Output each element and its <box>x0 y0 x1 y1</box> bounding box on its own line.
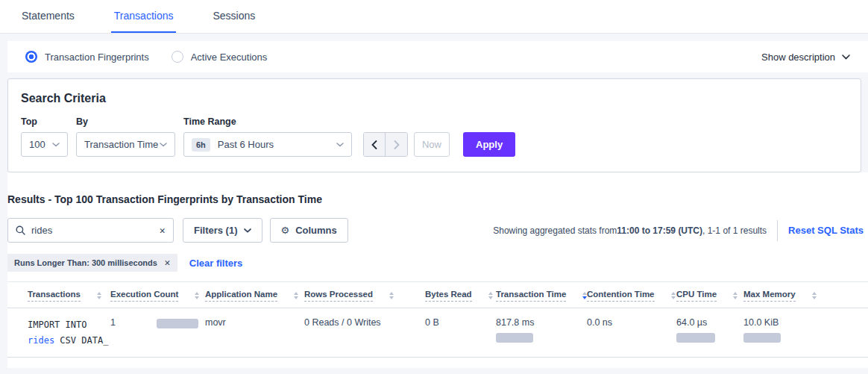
chevron-down-icon <box>842 54 850 60</box>
magnitude-bar <box>496 333 533 343</box>
time-range-select[interactable]: 6h Past 6 Hours <box>183 132 352 157</box>
tab-transactions[interactable]: Transactions <box>111 0 177 33</box>
remove-filter-icon[interactable]: ✕ <box>164 258 171 267</box>
table-row[interactable]: IMPORT INTO rides CSV DATA_ 1 movr 0 Rea… <box>7 308 868 358</box>
filter-chip: Runs Longer Than: 300 milliseconds ✕ <box>7 254 177 272</box>
magnitude-bar <box>743 333 781 343</box>
chevron-down-icon <box>52 143 60 147</box>
aggregated-stats-text: Showing aggregated stats from 11:00 to 1… <box>493 225 767 236</box>
execution-count-value: 1 <box>110 317 116 328</box>
time-window-nav <box>363 132 408 157</box>
stats-time-range: 11:00 to 17:59 (UTC) <box>617 225 702 236</box>
radio-active-executions[interactable]: Active Executions <box>172 51 268 63</box>
column-header-transactions[interactable]: Transactions <box>28 290 110 302</box>
results-section: Results - Top 100 Transaction Fingerprin… <box>7 172 868 368</box>
previous-time-window-button[interactable] <box>364 133 386 156</box>
sort-icon-execution-count[interactable] <box>195 292 199 299</box>
search-icon <box>16 225 25 235</box>
column-header-execution-count[interactable]: Execution Count <box>110 290 205 302</box>
transaction-sql-rest: CSV DATA_ <box>54 335 108 346</box>
time-range-label: Time Range <box>183 116 352 127</box>
cell-transaction-fingerprint: IMPORT INTO rides CSV DATA_ <box>28 317 110 349</box>
cpu-time-value: 64.0 µs <box>676 317 743 328</box>
columns-button[interactable]: ⚙ Columns <box>270 218 348 243</box>
column-header-rows-processed[interactable]: Rows Processed <box>304 290 425 302</box>
results-controls-row: ✕ Filters (1) ⚙ Columns Showing aggregat… <box>7 218 868 243</box>
column-header-bytes-read[interactable]: Bytes Read <box>425 290 496 302</box>
filters-button[interactable]: Filters (1) <box>183 218 262 243</box>
clear-filters-link[interactable]: Clear filters <box>189 258 243 269</box>
clear-search-icon[interactable]: ✕ <box>159 226 166 235</box>
now-button[interactable]: Now <box>414 132 450 157</box>
radio-label: Active Executions <box>191 52 268 63</box>
bytes-read-value: 0 B <box>425 317 439 328</box>
tab-statements[interactable]: Statements <box>19 0 78 33</box>
transactions-table: Transactions Execution Count Application… <box>7 281 868 358</box>
cell-rows-processed: 0 Reads / 0 Writes <box>304 317 425 328</box>
table-header-row: Transactions Execution Count Application… <box>7 282 868 308</box>
radio-label: Transaction Fingerprints <box>45 52 149 63</box>
time-range-field: Time Range 6h Past 6 Hours <box>183 116 352 157</box>
top-label: Top <box>21 116 68 127</box>
time-range-badge: 6h <box>192 138 210 152</box>
filter-chip-label: Runs Longer Than: 300 milliseconds <box>14 258 157 267</box>
magnitude-bar <box>676 333 715 343</box>
cell-cpu-time: 64.0 µs <box>676 317 743 343</box>
sort-icon-max-memory[interactable] <box>812 292 817 299</box>
rows-processed-value: 0 Reads / 0 Writes <box>304 317 381 328</box>
chevron-down-icon <box>336 143 344 147</box>
radio-selected-icon[interactable] <box>25 51 37 63</box>
sort-icon-application-name[interactable] <box>294 292 298 299</box>
reset-sql-stats-link[interactable]: Reset SQL Stats <box>788 225 864 236</box>
show-description-toggle[interactable]: Show description <box>761 52 850 63</box>
cell-application-name: movr <box>205 317 304 328</box>
transaction-sql-line1: IMPORT INTO <box>28 317 110 333</box>
chevron-down-icon <box>244 228 251 233</box>
magnitude-bar <box>157 319 198 328</box>
by-field: By Transaction Time <box>76 116 175 157</box>
transaction-fingerprint-link[interactable]: rides <box>28 335 54 346</box>
radio-unselected-icon[interactable] <box>172 51 183 63</box>
apply-button[interactable]: Apply <box>463 132 515 157</box>
tab-sessions[interactable]: Sessions <box>210 0 258 33</box>
show-description-label: Show description <box>761 52 835 63</box>
vertical-divider <box>777 220 778 241</box>
column-header-cpu-time[interactable]: CPU Time <box>676 290 743 302</box>
chevron-down-icon <box>160 143 167 147</box>
application-name-value: movr <box>205 317 226 328</box>
cell-max-memory: 10.0 KiB <box>743 317 861 343</box>
view-toggle-row: Transaction Fingerprints Active Executio… <box>7 41 868 72</box>
search-criteria-title: Search Criteria <box>21 92 848 105</box>
search-input[interactable] <box>31 225 159 236</box>
sort-icon-rows-processed[interactable] <box>389 292 394 299</box>
column-header-transaction-time[interactable]: Transaction Time <box>496 290 587 302</box>
sort-icon-contention-time[interactable] <box>671 292 676 299</box>
column-header-application-name[interactable]: Application Name <box>205 290 304 302</box>
column-header-max-memory[interactable]: Max Memory <box>743 290 861 302</box>
search-box[interactable]: ✕ <box>7 218 174 243</box>
cell-contention-time: 0.0 ns <box>587 317 676 328</box>
cell-execution-count: 1 <box>110 317 205 328</box>
radio-transaction-fingerprints[interactable]: Transaction Fingerprints <box>25 51 149 63</box>
by-select[interactable]: Transaction Time <box>76 132 175 157</box>
transaction-time-value: 817.8 ms <box>496 317 587 328</box>
gear-icon: ⚙ <box>281 225 290 236</box>
time-range-value: Past 6 Hours <box>218 139 274 150</box>
sort-icon-cpu-time[interactable] <box>733 292 738 299</box>
sort-icon-transactions[interactable] <box>97 292 101 299</box>
contention-time-value: 0.0 ns <box>587 317 612 328</box>
search-criteria-controls: Top 100 By Transaction Time Time Range 6… <box>21 116 848 157</box>
active-filters-row: Runs Longer Than: 300 milliseconds ✕ Cle… <box>7 254 868 272</box>
cell-transaction-time: 817.8 ms <box>496 317 587 343</box>
columns-label: Columns <box>295 225 337 236</box>
by-label: By <box>76 116 175 127</box>
next-time-window-button[interactable] <box>386 133 407 156</box>
top-field: Top 100 <box>21 116 68 157</box>
stats-prefix: Showing aggregated stats from <box>493 225 617 236</box>
cell-bytes-read: 0 B <box>425 317 496 328</box>
top-select[interactable]: 100 <box>21 132 68 157</box>
transaction-sql-line2: rides CSV DATA_ <box>28 333 110 349</box>
column-header-contention-time[interactable]: Contention Time <box>587 290 676 302</box>
stats-suffix: , 1-1 of 1 results <box>702 225 767 236</box>
sort-icon-bytes-read[interactable] <box>488 292 493 299</box>
